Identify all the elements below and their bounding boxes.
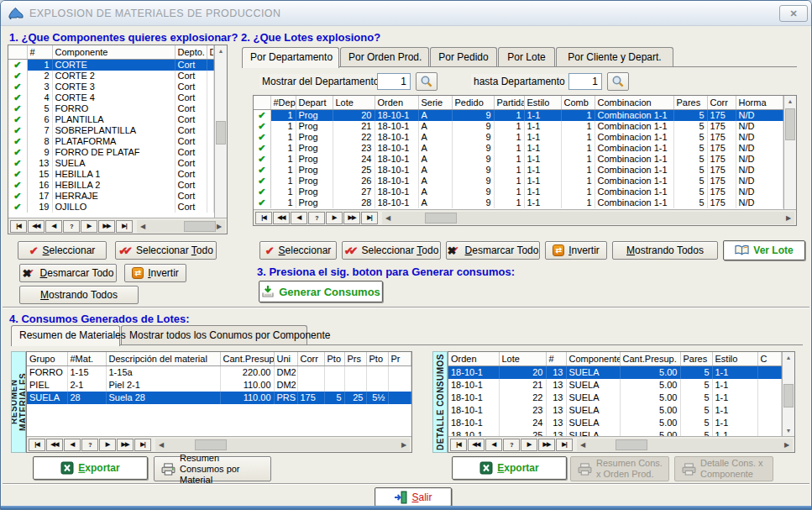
lote-row[interactable]: ✔ 1 Prog 22 18-10-1 A 9 1 1-1 1 Combinac… [254, 132, 783, 143]
horizontal-scrollbar[interactable]: ◀ ▶ [577, 439, 793, 451]
scroll-left-icon[interactable]: ◀ [577, 441, 589, 449]
nav-button[interactable]: ▶| [361, 212, 378, 224]
exportar-button-resumen[interactable]: Exportar [33, 456, 148, 480]
resumen-cons-x-orden-prod-button[interactable]: Resumen Cons. x Orden Prod. [570, 456, 669, 481]
lote-row[interactable]: ✔ 1 Prog 28 18-10-1 A 9 1 1-1 1 Combinac… [254, 197, 783, 208]
component-row[interactable]: ✔ 6 PLANTILLA Cort [8, 114, 214, 125]
nav-button[interactable]: ? [503, 439, 520, 451]
scroll-right-icon[interactable]: ▶ [781, 441, 793, 449]
scroll-right-icon[interactable]: ▶ [398, 441, 410, 449]
scroll-up-icon[interactable]: ▲ [215, 45, 227, 56]
tab-por-pedido[interactable]: Por Pedido [430, 47, 497, 66]
scroll-left-icon[interactable]: ◀ [155, 441, 167, 449]
nav-button[interactable]: ▶▶ [343, 212, 360, 224]
horizontal-scrollbar[interactable]: ◀ ▶ [382, 212, 794, 224]
dept-to-search-button[interactable] [607, 72, 629, 91]
seleccionar-todo-button-components[interactable]: ✔✔ Seleccionar Todo [115, 241, 217, 260]
nav-button[interactable]: ▶▶ [117, 439, 134, 451]
seleccionar-button-components[interactable]: ✔ Seleccionar [18, 241, 107, 260]
invertir-button-components[interactable]: ⇄ Invertir [124, 264, 186, 282]
invertir-button-lotes[interactable]: ⇄ Invertir [545, 241, 607, 260]
nav-button[interactable]: |◀ [29, 439, 45, 451]
scroll-thumb[interactable] [184, 221, 216, 232]
component-row[interactable]: ✔ 15 HEBILLA 1 Cort [8, 169, 214, 180]
tab-consumos-por-componente[interactable]: Mostrar todos los Conumos por Componente [121, 325, 307, 344]
material-row[interactable]: PIEL 2-1 Piel 2-1 110.00 DM2 [27, 379, 411, 392]
dept-from-search-button[interactable] [416, 72, 437, 91]
scroll-thumb[interactable] [425, 213, 457, 223]
scroll-right-icon[interactable]: ▶ [783, 214, 794, 222]
scroll-thumb[interactable] [216, 121, 226, 145]
component-row[interactable]: ✔ 17 HERRAJE Cort [8, 191, 214, 202]
seleccionar-button-lotes[interactable]: ✔ Seleccionar [259, 241, 337, 260]
nav-button[interactable]: ◀ [485, 439, 502, 451]
nav-button[interactable]: ◀◀ [46, 439, 63, 451]
component-row[interactable]: ✔ 1 CORTE Cort [8, 59, 214, 71]
consumo-row[interactable]: 18-10-1 20 13 SUELA 5.00 5 1-1 [448, 365, 782, 379]
ver-lote-button[interactable]: Ver Lote [723, 240, 805, 260]
tab-por-orden-prod[interactable]: Por Orden Prod. [340, 47, 429, 66]
detalle-cons-x-componente-button[interactable]: Detalle Cons. x Componente [674, 456, 773, 481]
lote-row[interactable]: ✔ 1 Prog 23 18-10-1 A 9 1 1-1 1 Combinac… [254, 143, 783, 154]
lote-row[interactable]: ✔ 1 Prog 21 18-10-1 A 9 1 1-1 1 Combinac… [254, 121, 783, 132]
desmarcar-todo-button-components[interactable]: ✔✖ Desmarcar Todo [19, 264, 117, 282]
exportar-button-detalle[interactable]: Exportar [452, 456, 567, 480]
component-row[interactable]: ✔ 2 CORTE 2 Cort [8, 71, 214, 81]
tab-por-cliente-y-depart[interactable]: Por Cliente y Depart. [556, 47, 673, 66]
nav-button[interactable]: ? [81, 439, 98, 451]
component-row[interactable]: ✔ 9 FORRO DE PLATAF Cort [8, 147, 214, 158]
nav-button[interactable]: ▶ [326, 212, 343, 224]
nav-button[interactable]: ◀◀ [28, 220, 45, 233]
scroll-up-icon[interactable]: ▲ [783, 352, 794, 363]
component-row[interactable]: ✔ 16 HEBILLA 2 Cort [8, 180, 214, 191]
salir-button[interactable]: Salir [375, 487, 452, 507]
consumo-row[interactable]: 18-10-1 22 13 SUELA 5.00 5 1-1 [448, 392, 782, 404]
tab-por-departamento[interactable]: Por Departamento [242, 47, 339, 68]
scroll-thumb[interactable] [785, 108, 795, 140]
desmarcar-todo-button-lotes[interactable]: ✔✖ Desmarcar Todo [446, 241, 540, 260]
lote-row[interactable]: ✔ 1 Prog 25 18-10-1 A 9 1 1-1 1 Combinac… [254, 165, 783, 176]
nav-button[interactable]: ▶ [99, 439, 116, 451]
nav-button[interactable]: ▶▶ [538, 439, 555, 451]
nav-button[interactable]: |◀ [255, 212, 272, 224]
mostrando-todos-button-lotes[interactable]: Mostrando Todos [612, 241, 718, 260]
vertical-scrollbar[interactable]: ▲ [783, 96, 796, 209]
nav-button[interactable]: ▶▶ [98, 220, 115, 233]
nav-button[interactable]: ◀◀ [468, 439, 485, 451]
vertical-scrollbar[interactable]: ▲ ▼ [782, 352, 794, 436]
component-row[interactable]: ✔ 5 FORRO Cort [8, 103, 214, 114]
nav-button[interactable]: ▶ [81, 220, 97, 233]
scroll-up-icon[interactable]: ▲ [784, 96, 796, 107]
resumen-consumos-por-material-button[interactable]: Resumen Consumos por Material [154, 456, 271, 481]
nav-button[interactable]: ? [63, 220, 80, 233]
nav-button[interactable]: ▶ [521, 439, 537, 451]
vertical-scrollbar[interactable]: ▲ [214, 45, 227, 218]
nav-button[interactable]: ◀ [64, 439, 81, 451]
component-row[interactable]: ✔ 8 PLATAFORMA Cort [8, 136, 214, 147]
component-row[interactable]: ✔ 19 OJILLO Cort [8, 202, 214, 213]
nav-button[interactable]: ▶| [556, 439, 573, 451]
lote-row[interactable]: ✔ 1 Prog 20 18-10-1 A 9 1 1-1 1 Combinac… [254, 109, 783, 121]
nav-button[interactable]: ▶| [134, 439, 151, 451]
tab-resumen-materiales[interactable]: Resumen de Materiales [11, 325, 120, 346]
tab-por-lote[interactable]: Por Lote [498, 47, 555, 66]
material-row[interactable]: SUELA 28 Suela 28 110.00 PRS 175 5 25 5½ [27, 392, 411, 404]
lote-row[interactable]: ✔ 1 Prog 27 18-10-1 A 9 1 1-1 1 Combinac… [254, 187, 783, 197]
component-row[interactable]: ✔ 13 SUELA Cort [8, 158, 214, 169]
component-row[interactable]: ✔ 7 SOBREPLANTILLA Cort [8, 125, 214, 136]
scroll-thumb[interactable] [616, 439, 647, 450]
nav-button[interactable]: |◀ [450, 439, 467, 451]
mostrando-todos-button-components[interactable]: Mostrando Todos [19, 286, 139, 304]
dept-from-input[interactable] [377, 73, 411, 90]
scroll-thumb[interactable] [195, 439, 227, 450]
lote-row[interactable]: ✔ 1 Prog 24 18-10-1 A 9 1 1-1 1 Combinac… [254, 154, 783, 165]
scroll-thumb[interactable] [783, 384, 794, 407]
consumo-row[interactable]: 18-10-1 25 13 SUELA 5.00 5 1-1 [448, 429, 782, 437]
nav-button[interactable]: ? [308, 212, 325, 224]
nav-button[interactable]: ◀◀ [273, 212, 290, 224]
nav-button[interactable]: ◀ [45, 220, 62, 233]
horizontal-scrollbar[interactable]: ◀ ▶ [155, 439, 410, 451]
lote-row[interactable]: ✔ 1 Prog 26 18-10-1 A 9 1 1-1 1 Combinac… [254, 176, 783, 187]
component-row[interactable]: ✔ 3 CORTE 3 Cort [8, 81, 214, 92]
material-row[interactable]: FORRO 1-15 1-15a 220.00 DM2 [27, 365, 411, 379]
